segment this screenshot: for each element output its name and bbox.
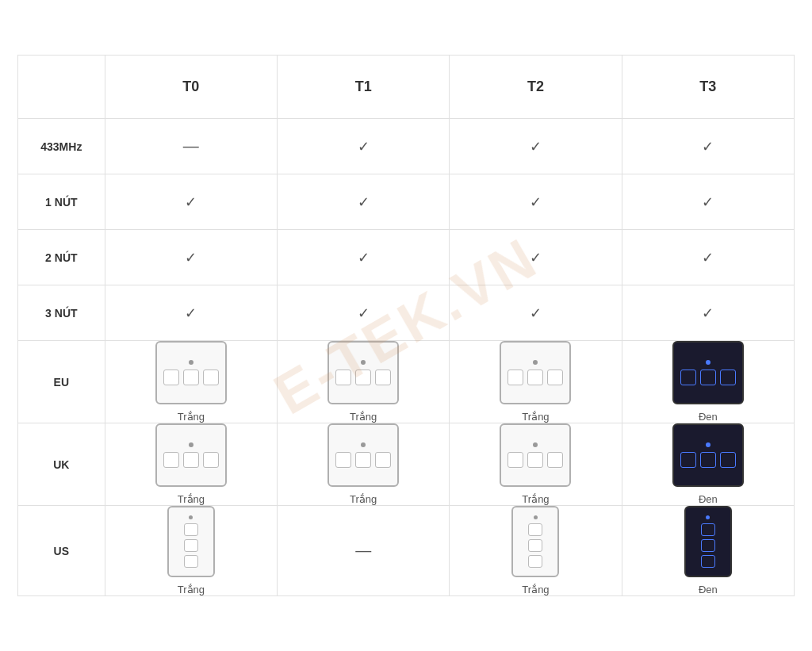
switch-uk-dark	[672, 423, 744, 487]
device-color-label: Đen	[699, 411, 718, 423]
device-color-label: Trắng	[178, 584, 205, 595]
check-icon: ✓	[530, 250, 542, 266]
cell-t0-2nut: ✓	[105, 230, 277, 285]
cell-t0-3nut: ✓	[105, 285, 277, 341]
btn-square	[375, 370, 391, 385]
device-color-label: Đen	[699, 584, 718, 595]
buttons-row	[163, 370, 219, 385]
cell-t3-uk: Đen	[622, 423, 794, 506]
device-us-t3-black: Đen	[622, 506, 794, 595]
device-uk-t1-white: Trắng	[278, 423, 449, 505]
row-label-433: 433MHz	[18, 119, 105, 174]
cell-t1-uk: Trắng	[278, 423, 450, 506]
device-color-label: Trắng	[350, 493, 377, 505]
btn-square	[680, 452, 696, 468]
header-t0: T0	[105, 56, 277, 119]
device-us-t2-white: Trắng	[450, 506, 621, 595]
wifi-dot	[706, 442, 710, 447]
cell-t3-1nut: ✓	[622, 174, 794, 230]
cell-t0-eu: Trắng	[105, 341, 277, 423]
check-icon: ✓	[185, 194, 197, 210]
table-row: 2 NÚT ✓ ✓ ✓ ✓	[18, 230, 795, 285]
btn-rect	[701, 523, 715, 536]
cell-t1-2nut: ✓	[278, 230, 450, 285]
btn-square	[355, 452, 371, 468]
header-t2: T2	[450, 56, 622, 119]
btn-rect	[184, 539, 198, 552]
cell-t0-us: Trắng	[105, 506, 277, 596]
btn-rect	[528, 523, 542, 536]
wifi-dot	[533, 360, 538, 365]
btn-square	[527, 452, 543, 468]
btn-rect	[528, 555, 542, 568]
device-eu-t0-white: Trắng	[105, 341, 277, 423]
btn-square	[203, 370, 219, 385]
wifi-dot	[534, 515, 538, 519]
cell-t2-3nut: ✓	[450, 285, 622, 341]
btn-square	[547, 452, 563, 468]
wifi-dot	[361, 442, 366, 447]
btn-square	[720, 370, 736, 385]
btn-square	[183, 452, 199, 468]
switch-uk-white	[500, 423, 571, 487]
buttons-row	[680, 452, 736, 468]
check-icon: ✓	[358, 250, 370, 266]
wifi-dot	[189, 442, 193, 447]
buttons-row	[163, 452, 219, 468]
header-t3: T3	[622, 56, 794, 119]
device-eu-t2-white: Trắng	[450, 341, 621, 423]
switch-us-dark	[684, 506, 732, 577]
buttons-row	[335, 452, 391, 468]
cell-t2-eu: Trắng	[450, 341, 622, 423]
btn-square	[163, 370, 179, 385]
header-t1: T1	[278, 56, 450, 119]
check-icon: ✓	[702, 139, 714, 155]
device-color-label: Trắng	[522, 584, 549, 595]
check-icon: ✓	[358, 305, 370, 321]
device-color-label: Trắng	[178, 411, 205, 423]
device-color-label: Trắng	[178, 493, 205, 505]
device-color-label: Đen	[699, 493, 718, 505]
wifi-dot	[706, 360, 710, 365]
check-icon: ✓	[530, 194, 542, 210]
buttons-col	[528, 523, 542, 568]
check-icon: ✓	[185, 305, 197, 321]
btn-square	[680, 370, 696, 385]
cell-t2-433: ✓	[450, 119, 622, 174]
btn-square	[163, 452, 179, 468]
switch-eu-white	[155, 341, 227, 404]
btn-square	[335, 452, 351, 468]
btn-square	[700, 370, 716, 385]
table-row-us: US Trắng —	[18, 506, 795, 596]
device-eu-t3-black: Đen	[622, 341, 794, 423]
cell-t2-2nut: ✓	[450, 230, 622, 285]
btn-square	[547, 370, 563, 385]
cell-t3-433: ✓	[622, 119, 794, 174]
device-uk-t0-white: Trắng	[105, 423, 277, 505]
cell-t2-uk: Trắng	[450, 423, 622, 506]
switch-eu-white	[327, 341, 399, 404]
table-row-uk: UK Trắng	[18, 423, 795, 506]
table-row-eu: EU Trắng	[18, 341, 795, 423]
btn-square	[335, 370, 351, 385]
check-icon: ✓	[185, 250, 197, 266]
btn-rect	[701, 539, 715, 552]
dash-icon: —	[183, 137, 199, 155]
switch-uk-white	[155, 423, 227, 487]
btn-rect	[528, 539, 542, 552]
cell-t0-1nut: ✓	[105, 174, 277, 230]
table-row: 433MHz — ✓ ✓ ✓	[18, 119, 795, 174]
btn-rect	[184, 555, 198, 568]
btn-rect	[184, 523, 198, 536]
device-color-label: Trắng	[522, 411, 549, 423]
btn-square	[508, 370, 523, 385]
check-icon: ✓	[530, 139, 542, 155]
check-icon: ✓	[358, 194, 370, 210]
buttons-col	[701, 523, 715, 568]
wifi-dot	[706, 515, 710, 519]
wifi-dot	[361, 360, 366, 365]
wifi-dot	[189, 360, 193, 365]
device-color-label: Trắng	[522, 493, 549, 505]
check-icon: ✓	[702, 305, 714, 321]
cell-t3-2nut: ✓	[622, 230, 794, 285]
